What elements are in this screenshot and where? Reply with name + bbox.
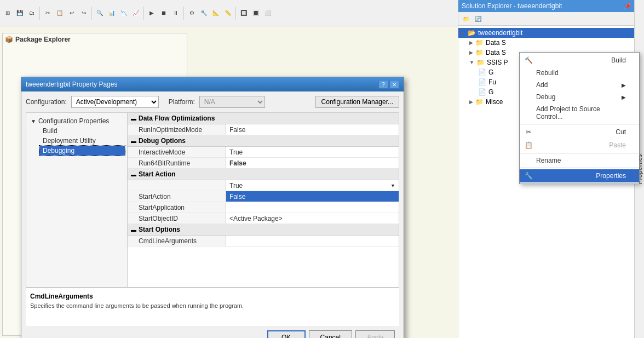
se-folder-icon: 📂 (468, 29, 476, 37)
toolbar-icon-3[interactable]: 🗂 (26, 8, 37, 19)
toolbar-icon-8[interactable]: 🔍 (94, 8, 105, 19)
ok-button[interactable]: OK (267, 330, 306, 338)
cm-arrow-add: ▶ (622, 82, 626, 88)
cancel-button[interactable]: Cancel (309, 330, 352, 338)
toolbar-icon-1[interactable]: ⊞ (2, 8, 13, 19)
se-folder-icon-misce: 📁 (475, 98, 484, 106)
se-label-data1: Data S (486, 39, 506, 47)
paste-icon: 📋 (524, 141, 533, 150)
toolbar-icon-18[interactable]: 📏 (222, 8, 233, 19)
toolbar-sep-5 (235, 7, 236, 20)
se-file-icon-g2: 📄 (478, 88, 486, 96)
se-file-icon-g1: 📄 (478, 68, 486, 76)
prop-row-interactive-mode: InteractiveMode True (128, 147, 399, 158)
tree-root-label: Configuration Properties (38, 117, 109, 125)
property-pages-dialog: tweeendertigbit Property Pages ? ✕ Confi… (21, 77, 404, 338)
cm-sep-3 (520, 168, 639, 168)
dialog-title-text: tweeendertigbit Property Pages (26, 81, 117, 88)
section-toggle-debug[interactable]: ▬ (131, 138, 136, 144)
toolbar-icon-16[interactable]: 🔧 (198, 8, 209, 19)
toolbar-icon-9[interactable]: 📊 (106, 8, 117, 19)
se-arrow-data2: ▶ (469, 50, 473, 55)
dialog-help-button[interactable]: ? (378, 80, 388, 89)
cm-item-debug[interactable]: Debug ▶ (520, 91, 639, 103)
cm-label-build: Build (611, 56, 626, 64)
config-manager-button[interactable]: Configuration Manager... (315, 96, 399, 108)
prop-value-interactive-mode[interactable]: True (226, 147, 399, 157)
prop-value-start-application[interactable] (226, 202, 399, 213)
prop-value-start-object-id[interactable]: <Active Package> (226, 213, 399, 224)
section-data-flow: ▬ Data Flow Optimizations (128, 113, 399, 124)
toolbar-icon-6[interactable]: ↩ (66, 8, 77, 19)
apply-button[interactable]: Apply (355, 330, 395, 338)
description-title: CmdLineArguments (30, 293, 395, 300)
tree-item-debugging[interactable]: Debugging (39, 146, 125, 156)
se-toolbar-icon-1[interactable]: 📁 (461, 13, 472, 24)
toolbar-icon-10[interactable]: 📉 (118, 8, 129, 19)
tree-item-build[interactable]: Build (39, 126, 125, 136)
context-menu: 🔨 Build Rebuild Add ▶ Debug ▶ Add Projec… (519, 52, 640, 184)
package-explorer-header: 📦 Package Explorer (5, 35, 185, 44)
cm-label-add-project: Add Project to Source Control... (536, 105, 626, 121)
prop-value-cmdline[interactable] (226, 236, 399, 246)
platform-select[interactable]: N/A (199, 96, 265, 108)
toolbar-icon-17[interactable]: 📐 (210, 8, 221, 19)
cm-label-rebuild: Rebuild (536, 69, 559, 77)
prop-name-cmdline: CmdLineArguments (128, 236, 226, 246)
properties-icon: 🔧 (524, 171, 533, 180)
prop-value-run-optimized[interactable]: False (226, 124, 399, 135)
cm-item-paste[interactable]: 📋 Paste (520, 139, 639, 152)
prop-value-start-action[interactable]: False (226, 191, 399, 202)
prop-value-run64bit[interactable]: False (226, 158, 399, 168)
se-arrow-data1: ▶ (469, 40, 473, 45)
cm-item-rename[interactable]: Rename (520, 154, 639, 167)
toolbar-icon-21[interactable]: ⬜ (262, 8, 273, 19)
cm-label-debug: Debug (536, 93, 555, 101)
prop-name-run64bit: Run64BitRuntime (128, 158, 226, 168)
tree-children: Build Deployment Utility Debugging (28, 126, 125, 156)
prop-name-start-application: StartApplication (128, 202, 226, 213)
cm-sep-1 (520, 124, 639, 124)
cm-item-cut[interactable]: ✂ Cut (520, 125, 639, 139)
section-toggle-start-options[interactable]: ▬ (131, 227, 136, 233)
se-label-fu: Fu (488, 78, 496, 86)
cm-item-add[interactable]: Add ▶ (520, 79, 639, 91)
configuration-select[interactable]: Active(Development) (71, 96, 159, 108)
prop-row-true-dropdown: True ▼ (128, 180, 399, 191)
cm-item-properties[interactable]: 🔧 Properties (520, 169, 639, 182)
section-toggle-start-action[interactable]: ▬ (131, 171, 136, 177)
toolbar-icon-5[interactable]: 📋 (54, 8, 65, 19)
toolbar-icon-4[interactable]: ✂ (42, 8, 53, 19)
se-toolbar-icon-2[interactable]: 🔄 (473, 13, 484, 24)
se-node-data1[interactable]: ▶ 📁 Data S (467, 38, 644, 48)
toolbar-icon-12[interactable]: ▶ (146, 8, 157, 19)
toolbar-icon-15[interactable]: ⚙ (186, 8, 197, 19)
tree-root-config-properties[interactable]: ▼ Configuration Properties (28, 116, 125, 126)
pin-button[interactable]: 📌 (623, 3, 633, 10)
toolbar-icon-19[interactable]: 🔲 (238, 8, 249, 19)
toolbar-icon-2[interactable]: 💾 (14, 8, 25, 19)
dialog-close-button[interactable]: ✕ (389, 80, 399, 89)
cm-item-rebuild[interactable]: Rebuild (520, 67, 639, 79)
cm-arrow-debug: ▶ (622, 94, 626, 100)
toolbar-icon-14[interactable]: ⏸ (170, 8, 181, 19)
toolbar-icon-13[interactable]: ⏹ (158, 8, 169, 19)
prop-name-start-action: StartAction (128, 191, 226, 202)
build-icon: 🔨 (524, 56, 533, 65)
toolbar-icon-20[interactable]: 🔳 (250, 8, 261, 19)
toolbar-icon-11[interactable]: 📈 (130, 8, 141, 19)
cm-item-build[interactable]: 🔨 Build (520, 54, 639, 67)
tree-item-deployment[interactable]: Deployment Utility (39, 136, 125, 146)
cm-item-add-project[interactable]: Add Project to Source Control... (520, 103, 639, 123)
dropdown-arrow-icon[interactable]: ▼ (390, 183, 395, 188)
se-folder-icon-data1: 📁 (475, 39, 484, 47)
section-toggle-data-flow[interactable]: ▬ (131, 116, 136, 122)
prop-value-true-dropdown[interactable]: True ▼ (226, 180, 399, 191)
prop-row-start-action: StartAction False (128, 191, 399, 202)
toolbar-icon-7[interactable]: ↪ (78, 8, 89, 19)
se-node-root[interactable]: ▼ 📂 tweeendertigbit (458, 28, 644, 38)
se-label-ssis: SSIS P (487, 59, 508, 66)
prop-row-cmdline: CmdLineArguments (128, 236, 399, 247)
config-row: Configuration: Active(Development) Platf… (26, 96, 399, 108)
cm-label-properties: Properties (596, 172, 626, 180)
